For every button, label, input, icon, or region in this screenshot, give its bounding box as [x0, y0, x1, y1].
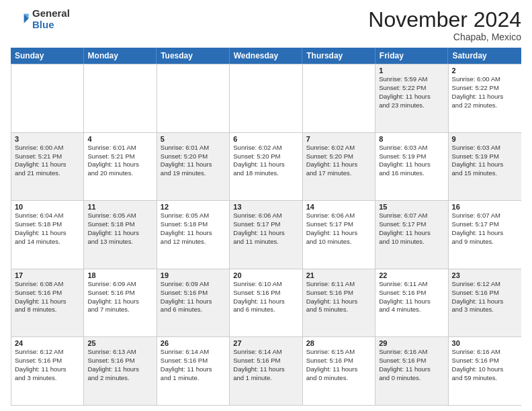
- day-info: Sunrise: 6:03 AM Sunset: 5:19 PM Dayligh…: [379, 144, 444, 178]
- cal-cell-day: 12Sunrise: 6:05 AM Sunset: 5:18 PM Dayli…: [157, 201, 230, 269]
- cal-cell-day: 21Sunrise: 6:11 AM Sunset: 5:16 PM Dayli…: [303, 269, 375, 337]
- day-info: Sunrise: 6:04 AM Sunset: 5:18 PM Dayligh…: [15, 212, 80, 246]
- logo-text: General Blue: [32, 8, 70, 30]
- day-info: Sunrise: 6:01 AM Sunset: 5:21 PM Dayligh…: [87, 144, 152, 178]
- day-number: 24: [15, 339, 80, 347]
- page: General Blue November 2024 Chapab, Mexic…: [0, 0, 532, 411]
- day-info: Sunrise: 6:15 AM Sunset: 5:16 PM Dayligh…: [306, 348, 371, 382]
- day-info: Sunrise: 6:09 AM Sunset: 5:16 PM Dayligh…: [87, 280, 152, 314]
- day-info: Sunrise: 6:13 AM Sunset: 5:16 PM Dayligh…: [87, 348, 152, 382]
- cal-cell-day: 8Sunrise: 6:03 AM Sunset: 5:19 PM Daylig…: [375, 133, 448, 201]
- calendar-header: SundayMondayTuesdayWednesdayThursdayFrid…: [11, 48, 521, 64]
- day-number: 4: [87, 135, 152, 143]
- cal-row: 10Sunrise: 6:04 AM Sunset: 5:18 PM Dayli…: [11, 200, 521, 269]
- cal-header-cell: Thursday: [302, 48, 375, 64]
- cal-cell-day: 11Sunrise: 6:05 AM Sunset: 5:18 PM Dayli…: [84, 201, 157, 269]
- location: Chapab, Mexico: [368, 32, 521, 42]
- day-number: 26: [161, 339, 226, 347]
- cal-row: 17Sunrise: 6:08 AM Sunset: 5:16 PM Dayli…: [11, 269, 521, 337]
- day-info: Sunrise: 5:59 AM Sunset: 5:22 PM Dayligh…: [379, 75, 444, 109]
- cal-cell-empty: [230, 64, 302, 132]
- day-info: Sunrise: 6:07 AM Sunset: 5:17 PM Dayligh…: [452, 212, 518, 246]
- month-year: November 2024: [368, 8, 521, 32]
- cal-header-cell: Sunday: [11, 48, 84, 64]
- day-number: 17: [15, 271, 80, 279]
- day-number: 20: [233, 271, 298, 279]
- day-info: Sunrise: 6:07 AM Sunset: 5:17 PM Dayligh…: [379, 212, 444, 246]
- cal-cell-day: 17Sunrise: 6:08 AM Sunset: 5:16 PM Dayli…: [11, 269, 84, 337]
- day-number: 6: [233, 135, 298, 143]
- cal-row: 24Sunrise: 6:12 AM Sunset: 5:16 PM Dayli…: [11, 336, 521, 405]
- cal-cell-day: 25Sunrise: 6:13 AM Sunset: 5:16 PM Dayli…: [84, 337, 157, 405]
- day-number: 10: [15, 203, 80, 211]
- cal-cell-day: 15Sunrise: 6:07 AM Sunset: 5:17 PM Dayli…: [375, 201, 448, 269]
- day-number: 19: [161, 271, 226, 279]
- day-number: 2: [452, 66, 518, 75]
- header: General Blue November 2024 Chapab, Mexic…: [11, 8, 521, 42]
- cal-cell-day: 9Sunrise: 6:03 AM Sunset: 5:19 PM Daylig…: [449, 133, 521, 201]
- logo-general: General: [32, 8, 70, 19]
- day-info: Sunrise: 6:06 AM Sunset: 5:17 PM Dayligh…: [306, 212, 371, 246]
- day-number: 21: [306, 271, 371, 279]
- cal-row: 3Sunrise: 6:00 AM Sunset: 5:21 PM Daylig…: [11, 132, 521, 201]
- day-info: Sunrise: 6:14 AM Sunset: 5:16 PM Dayligh…: [161, 348, 226, 382]
- day-number: 28: [306, 339, 371, 347]
- day-number: 13: [233, 203, 298, 211]
- day-info: Sunrise: 6:10 AM Sunset: 5:16 PM Dayligh…: [233, 280, 298, 314]
- cal-header-cell: Monday: [84, 48, 157, 64]
- cal-header-cell: Friday: [375, 48, 449, 64]
- day-number: 16: [452, 203, 518, 211]
- day-number: 15: [379, 203, 444, 211]
- day-info: Sunrise: 6:00 AM Sunset: 5:21 PM Dayligh…: [15, 144, 80, 178]
- cal-cell-day: 30Sunrise: 6:16 AM Sunset: 5:16 PM Dayli…: [449, 337, 521, 405]
- cal-cell-day: 3Sunrise: 6:00 AM Sunset: 5:21 PM Daylig…: [11, 133, 84, 201]
- cal-cell-day: 5Sunrise: 6:01 AM Sunset: 5:20 PM Daylig…: [157, 133, 230, 201]
- cal-cell-empty: [157, 64, 230, 132]
- day-info: Sunrise: 6:00 AM Sunset: 5:22 PM Dayligh…: [452, 75, 518, 109]
- cal-row: 1Sunrise: 5:59 AM Sunset: 5:22 PM Daylig…: [11, 64, 521, 132]
- day-number: 1: [379, 66, 444, 75]
- day-number: 30: [452, 339, 518, 347]
- day-info: Sunrise: 6:12 AM Sunset: 5:16 PM Dayligh…: [452, 280, 518, 314]
- cal-cell-empty: [11, 64, 84, 132]
- title-block: November 2024 Chapab, Mexico: [368, 8, 521, 42]
- cal-cell-day: 4Sunrise: 6:01 AM Sunset: 5:21 PM Daylig…: [84, 133, 157, 201]
- cal-cell-empty: [84, 64, 157, 132]
- logo: General Blue: [11, 8, 70, 30]
- cal-cell-day: 18Sunrise: 6:09 AM Sunset: 5:16 PM Dayli…: [84, 269, 157, 337]
- day-number: 7: [306, 135, 371, 143]
- day-info: Sunrise: 6:03 AM Sunset: 5:19 PM Dayligh…: [452, 144, 518, 178]
- logo-blue: Blue: [32, 19, 70, 31]
- cal-cell-day: 1Sunrise: 5:59 AM Sunset: 5:22 PM Daylig…: [375, 64, 448, 132]
- day-info: Sunrise: 6:16 AM Sunset: 5:16 PM Dayligh…: [452, 348, 518, 382]
- logo-icon: [11, 10, 30, 29]
- day-info: Sunrise: 6:08 AM Sunset: 5:16 PM Dayligh…: [15, 280, 80, 314]
- day-number: 22: [379, 271, 444, 279]
- day-info: Sunrise: 6:01 AM Sunset: 5:20 PM Dayligh…: [161, 144, 226, 178]
- day-info: Sunrise: 6:09 AM Sunset: 5:16 PM Dayligh…: [161, 280, 226, 314]
- cal-cell-day: 19Sunrise: 6:09 AM Sunset: 5:16 PM Dayli…: [157, 269, 230, 337]
- day-info: Sunrise: 6:05 AM Sunset: 5:18 PM Dayligh…: [161, 212, 226, 246]
- day-number: 9: [452, 135, 518, 143]
- cal-cell-day: 29Sunrise: 6:16 AM Sunset: 5:16 PM Dayli…: [375, 337, 448, 405]
- cal-cell-day: 27Sunrise: 6:14 AM Sunset: 5:16 PM Dayli…: [230, 337, 302, 405]
- cal-cell-day: 2Sunrise: 6:00 AM Sunset: 5:22 PM Daylig…: [449, 64, 521, 132]
- cal-cell-day: 10Sunrise: 6:04 AM Sunset: 5:18 PM Dayli…: [11, 201, 84, 269]
- day-info: Sunrise: 6:06 AM Sunset: 5:17 PM Dayligh…: [233, 212, 298, 246]
- day-info: Sunrise: 6:11 AM Sunset: 5:16 PM Dayligh…: [379, 280, 444, 314]
- day-info: Sunrise: 6:02 AM Sunset: 5:20 PM Dayligh…: [306, 144, 371, 178]
- calendar: SundayMondayTuesdayWednesdayThursdayFrid…: [11, 48, 521, 406]
- day-number: 14: [306, 203, 371, 211]
- day-number: 29: [379, 339, 444, 347]
- day-number: 11: [87, 203, 152, 211]
- day-number: 23: [452, 271, 518, 279]
- cal-cell-day: 23Sunrise: 6:12 AM Sunset: 5:16 PM Dayli…: [449, 269, 521, 337]
- day-info: Sunrise: 6:14 AM Sunset: 5:16 PM Dayligh…: [233, 348, 298, 382]
- day-number: 25: [87, 339, 152, 347]
- day-number: 12: [161, 203, 226, 211]
- day-number: 3: [15, 135, 80, 143]
- cal-cell-day: 13Sunrise: 6:06 AM Sunset: 5:17 PM Dayli…: [230, 201, 302, 269]
- cal-header-cell: Wednesday: [230, 48, 303, 64]
- calendar-body: 1Sunrise: 5:59 AM Sunset: 5:22 PM Daylig…: [11, 64, 521, 406]
- cal-cell-day: 16Sunrise: 6:07 AM Sunset: 5:17 PM Dayli…: [449, 201, 521, 269]
